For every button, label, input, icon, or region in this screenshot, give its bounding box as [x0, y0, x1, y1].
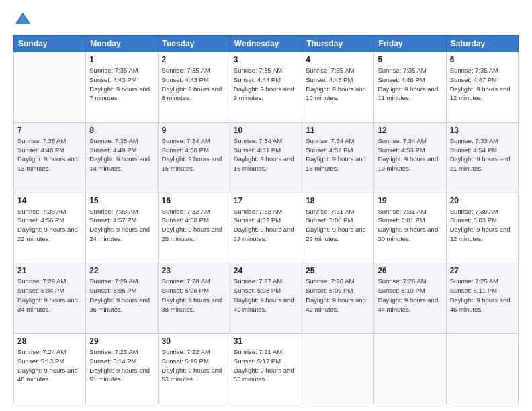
day-number: 7: [17, 126, 82, 135]
day-number: 1: [89, 55, 154, 64]
day-info: Sunrise: 7:35 AM Sunset: 4:48 PM Dayligh…: [17, 136, 82, 173]
day-number: 5: [378, 55, 442, 64]
day-info: Sunrise: 7:35 AM Sunset: 4:46 PM Dayligh…: [378, 66, 442, 103]
table-row: 28Sunrise: 7:24 AM Sunset: 5:13 PM Dayli…: [14, 334, 86, 404]
day-info: Sunrise: 7:29 AM Sunset: 5:05 PM Dayligh…: [89, 277, 154, 314]
day-number: 18: [306, 196, 370, 205]
day-number: 12: [378, 126, 442, 135]
day-info: Sunrise: 7:34 AM Sunset: 4:53 PM Dayligh…: [378, 136, 442, 173]
day-info: Sunrise: 7:35 AM Sunset: 4:43 PM Dayligh…: [162, 66, 226, 103]
table-row: 3Sunrise: 7:35 AM Sunset: 4:44 PM Daylig…: [230, 52, 302, 123]
day-info: Sunrise: 7:26 AM Sunset: 5:10 PM Dayligh…: [378, 277, 442, 314]
day-number: 8: [89, 126, 154, 135]
table-row: 15Sunrise: 7:33 AM Sunset: 4:57 PM Dayli…: [86, 193, 158, 263]
day-number: 16: [162, 196, 226, 205]
table-row: 24Sunrise: 7:27 AM Sunset: 5:08 PM Dayli…: [230, 263, 302, 334]
day-number: 15: [89, 196, 154, 205]
day-number: 21: [17, 266, 82, 275]
day-info: Sunrise: 7:29 AM Sunset: 5:04 PM Dayligh…: [17, 277, 82, 314]
day-number: 31: [234, 336, 298, 346]
header: [13, 11, 519, 30]
day-number: 14: [17, 196, 82, 205]
day-number: 3: [234, 55, 298, 64]
table-row: 23Sunrise: 7:28 AM Sunset: 5:06 PM Dayli…: [158, 263, 230, 334]
col-thursday: Thursday: [302, 36, 374, 52]
table-row: 16Sunrise: 7:32 AM Sunset: 4:58 PM Dayli…: [158, 193, 230, 263]
day-info: Sunrise: 7:25 AM Sunset: 5:11 PM Dayligh…: [450, 277, 515, 314]
day-info: Sunrise: 7:32 AM Sunset: 4:59 PM Dayligh…: [234, 207, 298, 244]
calendar-header-row: Sunday Monday Tuesday Wednesday Thursday…: [14, 36, 519, 52]
table-row: 8Sunrise: 7:35 AM Sunset: 4:49 PM Daylig…: [86, 122, 158, 193]
day-number: 17: [234, 196, 298, 205]
table-row: 29Sunrise: 7:23 AM Sunset: 5:14 PM Dayli…: [86, 334, 158, 404]
day-number: 23: [162, 266, 226, 275]
table-row: 17Sunrise: 7:32 AM Sunset: 4:59 PM Dayli…: [230, 193, 302, 263]
logo: [13, 11, 35, 30]
day-info: Sunrise: 7:34 AM Sunset: 4:51 PM Dayligh…: [234, 136, 298, 173]
table-row: 25Sunrise: 7:26 AM Sunset: 5:09 PM Dayli…: [302, 263, 374, 334]
table-row: [374, 334, 446, 404]
day-info: Sunrise: 7:26 AM Sunset: 5:09 PM Dayligh…: [306, 277, 370, 314]
table-row: 1Sunrise: 7:35 AM Sunset: 4:43 PM Daylig…: [86, 52, 158, 123]
day-info: Sunrise: 7:35 AM Sunset: 4:47 PM Dayligh…: [450, 66, 515, 103]
table-row: 27Sunrise: 7:25 AM Sunset: 5:11 PM Dayli…: [446, 263, 518, 334]
table-row: 31Sunrise: 7:21 AM Sunset: 5:17 PM Dayli…: [230, 334, 302, 404]
col-sunday: Sunday: [14, 36, 86, 52]
table-row: 19Sunrise: 7:31 AM Sunset: 5:01 PM Dayli…: [374, 193, 446, 263]
table-row: [14, 52, 86, 123]
day-number: 26: [378, 266, 442, 275]
table-row: 11Sunrise: 7:34 AM Sunset: 4:52 PM Dayli…: [302, 122, 374, 193]
day-number: 13: [450, 126, 515, 135]
table-row: 30Sunrise: 7:22 AM Sunset: 5:15 PM Dayli…: [158, 334, 230, 404]
day-info: Sunrise: 7:35 AM Sunset: 4:45 PM Dayligh…: [306, 66, 370, 103]
day-number: 20: [450, 196, 515, 205]
day-info: Sunrise: 7:31 AM Sunset: 5:01 PM Dayligh…: [378, 207, 442, 244]
table-row: 20Sunrise: 7:30 AM Sunset: 5:03 PM Dayli…: [446, 193, 518, 263]
day-number: 10: [234, 126, 298, 135]
table-row: 12Sunrise: 7:34 AM Sunset: 4:53 PM Dayli…: [374, 122, 446, 193]
table-row: 18Sunrise: 7:31 AM Sunset: 5:00 PM Dayli…: [302, 193, 374, 263]
table-row: [302, 334, 374, 404]
day-info: Sunrise: 7:35 AM Sunset: 4:49 PM Dayligh…: [89, 136, 154, 173]
day-info: Sunrise: 7:28 AM Sunset: 5:06 PM Dayligh…: [162, 277, 226, 314]
day-number: 27: [450, 266, 515, 275]
day-info: Sunrise: 7:33 AM Sunset: 4:54 PM Dayligh…: [450, 136, 515, 173]
table-row: 5Sunrise: 7:35 AM Sunset: 4:46 PM Daylig…: [374, 52, 446, 123]
day-info: Sunrise: 7:34 AM Sunset: 4:52 PM Dayligh…: [306, 136, 370, 173]
table-row: 2Sunrise: 7:35 AM Sunset: 4:43 PM Daylig…: [158, 52, 230, 123]
day-number: 19: [378, 196, 442, 205]
day-number: 2: [162, 55, 226, 64]
day-info: Sunrise: 7:24 AM Sunset: 5:13 PM Dayligh…: [17, 347, 82, 384]
day-info: Sunrise: 7:35 AM Sunset: 4:44 PM Dayligh…: [234, 66, 298, 103]
table-row: 22Sunrise: 7:29 AM Sunset: 5:05 PM Dayli…: [86, 263, 158, 334]
day-info: Sunrise: 7:33 AM Sunset: 4:57 PM Dayligh…: [89, 207, 154, 244]
table-row: 13Sunrise: 7:33 AM Sunset: 4:54 PM Dayli…: [446, 122, 518, 193]
day-info: Sunrise: 7:22 AM Sunset: 5:15 PM Dayligh…: [162, 347, 226, 384]
day-number: 22: [89, 266, 154, 275]
table-row: 10Sunrise: 7:34 AM Sunset: 4:51 PM Dayli…: [230, 122, 302, 193]
logo-icon: [13, 11, 32, 30]
table-row: 9Sunrise: 7:34 AM Sunset: 4:50 PM Daylig…: [158, 122, 230, 193]
table-row: 26Sunrise: 7:26 AM Sunset: 5:10 PM Dayli…: [374, 263, 446, 334]
day-number: 30: [162, 336, 226, 346]
day-info: Sunrise: 7:30 AM Sunset: 5:03 PM Dayligh…: [450, 207, 515, 244]
day-info: Sunrise: 7:31 AM Sunset: 5:00 PM Dayligh…: [306, 207, 370, 244]
col-tuesday: Tuesday: [158, 36, 230, 52]
col-saturday: Saturday: [446, 36, 518, 52]
calendar-table: Sunday Monday Tuesday Wednesday Thursday…: [13, 35, 519, 404]
table-row: 21Sunrise: 7:29 AM Sunset: 5:04 PM Dayli…: [14, 263, 86, 334]
col-friday: Friday: [374, 36, 446, 52]
col-wednesday: Wednesday: [230, 36, 302, 52]
table-row: 14Sunrise: 7:33 AM Sunset: 4:56 PM Dayli…: [14, 193, 86, 263]
day-number: 28: [17, 336, 82, 346]
col-monday: Monday: [86, 36, 158, 52]
day-number: 24: [234, 266, 298, 275]
page: Sunday Monday Tuesday Wednesday Thursday…: [0, 0, 532, 411]
table-row: 4Sunrise: 7:35 AM Sunset: 4:45 PM Daylig…: [302, 52, 374, 123]
day-number: 29: [89, 336, 154, 346]
day-number: 9: [162, 126, 226, 135]
day-number: 4: [306, 55, 370, 64]
table-row: 6Sunrise: 7:35 AM Sunset: 4:47 PM Daylig…: [446, 52, 518, 123]
day-info: Sunrise: 7:34 AM Sunset: 4:50 PM Dayligh…: [162, 136, 226, 173]
table-row: [446, 334, 518, 404]
